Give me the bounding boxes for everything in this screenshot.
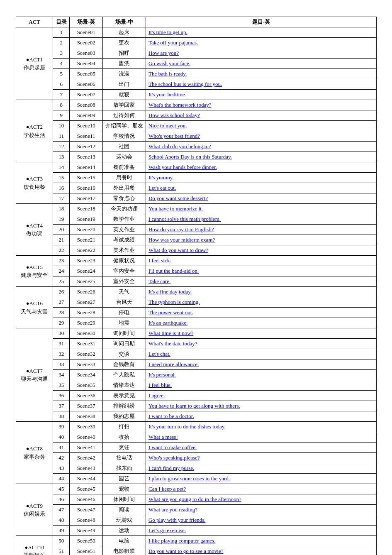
num-cell: 10 <box>53 121 70 131</box>
scene-cn-cell: 电影租碟 <box>102 546 146 555</box>
scene-cn-cell: 询问时间 <box>102 328 146 339</box>
title-en-cell: It's personal. <box>146 370 376 380</box>
table-row: 24Scene24室内安全I'll put the band-aid on. <box>16 266 376 276</box>
scene-en-cell: Scene22 <box>70 245 103 256</box>
table-row: 6Scene06出门The school bus is waiting for … <box>16 79 376 90</box>
scene-cn-cell: 台风天 <box>102 297 146 308</box>
scene-cn-cell: 天气 <box>102 287 146 297</box>
scene-cn-cell: 过得如何 <box>102 110 146 121</box>
act-cell: ●ACT5健康与安全 <box>16 256 53 287</box>
scene-en-cell: Scene48 <box>70 515 103 526</box>
num-cell: 42 <box>53 453 70 463</box>
num-cell: 9 <box>53 110 70 121</box>
num-cell: 32 <box>53 349 70 359</box>
title-en-cell: What are you going to do in the afternoo… <box>146 494 376 505</box>
scene-cn-cell: 今天的功课 <box>102 204 146 214</box>
title-en-cell: I feel sick. <box>146 256 376 266</box>
title-en-cell: What a mess! <box>146 432 376 443</box>
num-cell: 48 <box>53 515 70 526</box>
title-en-cell: What's the homework today? <box>146 100 376 110</box>
scene-en-cell: Scene10 <box>70 121 103 131</box>
num-cell: 3 <box>53 48 70 59</box>
scene-cn-cell: 停电 <box>102 308 146 318</box>
num-cell: 4 <box>53 59 70 69</box>
scene-en-cell: Scene31 <box>70 339 103 349</box>
scene-cn-cell: 用餐时 <box>102 173 146 183</box>
title-en-cell: I agree. <box>146 391 376 401</box>
scene-cn-cell: 外出用餐 <box>102 183 146 193</box>
table-row: 49Scene49运动Let's go exercise. <box>16 526 376 536</box>
title-en-cell: Do you want some dessert? <box>146 193 376 204</box>
scene-cn-cell: 排解纠纷 <box>102 401 146 411</box>
table-row: ●ACT4做功课18Scene18今天的功课You have to memori… <box>16 204 376 214</box>
num-cell: 47 <box>53 505 70 515</box>
table-row: 7Scene07就寝It's your bedtime. <box>16 90 376 100</box>
title-en-cell: Can I keep a pet? <box>146 484 376 494</box>
title-en-cell: I want to make coffee. <box>146 443 376 453</box>
table-row: ●ACT1作息起居1Scene01起床It's time to get up. <box>16 27 376 38</box>
scene-en-cell: Scene50 <box>70 536 103 546</box>
table-row: 10Scene10介绍同学、朋友Nice to meet you. <box>16 121 376 131</box>
header-scene-en: 场景-英 <box>70 17 103 27</box>
num-cell: 13 <box>53 152 70 162</box>
title-en-cell: You have to learn to get along with othe… <box>146 401 376 411</box>
act-cell: ●ACT4做功课 <box>16 204 53 256</box>
title-en-cell: How was your midterm exam? <box>146 235 376 245</box>
title-en-cell: The school bus is waiting for you. <box>146 79 376 90</box>
table-row: 28Scene28停电The power went out. <box>16 308 376 318</box>
header-scene-cn: 场景-中 <box>102 17 146 27</box>
scene-cn-cell: 询问日期 <box>102 339 146 349</box>
title-en-cell: The power went out. <box>146 308 376 318</box>
scene-cn-cell: 烹饪 <box>102 443 146 453</box>
scene-cn-cell: 休闲时间 <box>102 494 146 505</box>
scene-en-cell: Scene11 <box>70 131 103 142</box>
table-row: 5Scene05洗澡The bath is ready. <box>16 69 376 79</box>
title-en-cell: It's an earthquake. <box>146 318 376 328</box>
title-en-cell: Go wash your face. <box>146 59 376 69</box>
act-cell: ●ACT8家事杂务 <box>16 422 53 484</box>
num-cell: 29 <box>53 318 70 328</box>
scene-en-cell: Scene01 <box>70 27 103 38</box>
act-cell: ●ACT2学校生活 <box>16 100 53 162</box>
table-row: 33Scene33金钱教育I need more allowance. <box>16 359 376 370</box>
scene-cn-cell: 找东西 <box>102 463 146 474</box>
num-cell: 16 <box>53 183 70 193</box>
num-cell: 45 <box>53 484 70 494</box>
table-row: 46Scene46休闲时间What are you going to do in… <box>16 494 376 505</box>
content-wrapper: ACT 目录 场景-英 场景-中 题目-英 ●ACT1作息起居1Scene01起… <box>16 17 377 555</box>
num-cell: 34 <box>53 370 70 380</box>
num-cell: 30 <box>53 328 70 339</box>
scene-en-cell: Scene23 <box>70 256 103 266</box>
table-row: 20Scene20英文作业How do you say it in Englis… <box>16 225 376 235</box>
table-row: 13Scene13运动会School Aports Day is on this… <box>16 152 376 162</box>
title-en-cell: Let's chat. <box>146 349 376 359</box>
num-cell: 25 <box>53 276 70 287</box>
num-cell: 39 <box>53 422 70 432</box>
scene-cn-cell: 交谈 <box>102 349 146 359</box>
title-en-cell: It's yummy. <box>146 173 376 183</box>
scene-en-cell: Scene08 <box>70 100 103 110</box>
num-cell: 33 <box>53 359 70 370</box>
scene-en-cell: Scene29 <box>70 318 103 328</box>
act-cell: ●ACT6天气与灾害 <box>16 287 53 328</box>
header-title-en: 题目-英 <box>146 17 376 27</box>
num-cell: 40 <box>53 432 70 443</box>
num-cell: 6 <box>53 79 70 90</box>
scene-en-cell: Scene17 <box>70 193 103 204</box>
header-row: ACT 目录 场景-英 场景-中 题目-英 <box>16 17 376 27</box>
num-cell: 7 <box>53 90 70 100</box>
title-en-cell: Who's speaking,please? <box>146 453 376 463</box>
act-cell: ●ACT3饮食用餐 <box>16 162 53 204</box>
scene-en-cell: Scene18 <box>70 204 103 214</box>
scene-en-cell: Scene03 <box>70 48 103 59</box>
num-cell: 19 <box>53 214 70 225</box>
header-act: ACT <box>16 17 53 27</box>
scene-en-cell: Scene36 <box>70 391 103 401</box>
table-row: 37Scene37排解纠纷You have to learn to get al… <box>16 401 376 411</box>
title-en-cell: It's time to get up. <box>146 27 376 38</box>
scene-cn-cell: 地震 <box>102 318 146 328</box>
scene-en-cell: Scene47 <box>70 505 103 515</box>
num-cell: 8 <box>53 100 70 110</box>
num-cell: 27 <box>53 297 70 308</box>
table-row: 47Scene47阅读What are you reading? <box>16 505 376 515</box>
